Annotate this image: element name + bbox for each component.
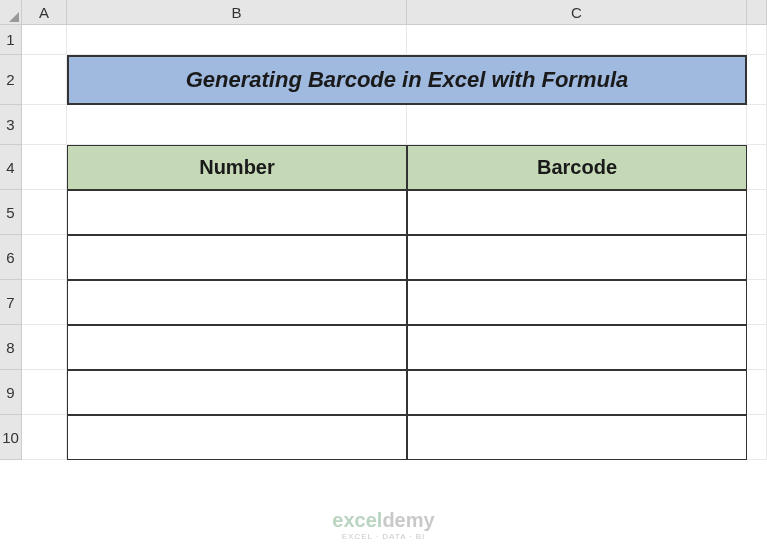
row-header-9[interactable]: 9 (0, 370, 22, 415)
cell-A4[interactable] (22, 145, 67, 190)
cell-A7[interactable] (22, 280, 67, 325)
cell-number-2[interactable] (67, 235, 407, 280)
cell-number-5[interactable] (67, 370, 407, 415)
row-header-10[interactable]: 10 (0, 415, 22, 460)
column-header-B[interactable]: B (67, 0, 407, 25)
watermark-tagline: EXCEL · DATA · BI (332, 532, 434, 542)
cell-C1[interactable] (407, 25, 747, 55)
cell-B1[interactable] (67, 25, 407, 55)
cell-barcode-5[interactable] (407, 370, 747, 415)
cell-A10[interactable] (22, 415, 67, 460)
cell-D3[interactable] (747, 105, 767, 145)
spreadsheet-grid: A B C 1 2 Generating Barcode in Excel wi… (0, 0, 767, 460)
column-header-next[interactable] (747, 0, 767, 25)
row-header-6[interactable]: 6 (0, 235, 22, 280)
cell-barcode-3[interactable] (407, 280, 747, 325)
select-all-corner[interactable] (0, 0, 22, 25)
cell-A9[interactable] (22, 370, 67, 415)
row-header-4[interactable]: 4 (0, 145, 22, 190)
row-header-8[interactable]: 8 (0, 325, 22, 370)
cell-number-6[interactable] (67, 415, 407, 460)
cell-D1[interactable] (747, 25, 767, 55)
cell-D9[interactable] (747, 370, 767, 415)
row-header-5[interactable]: 5 (0, 190, 22, 235)
table-header-barcode[interactable]: Barcode (407, 145, 747, 190)
cell-A2[interactable] (22, 55, 67, 105)
row-header-2[interactable]: 2 (0, 55, 22, 105)
row-header-3[interactable]: 3 (0, 105, 22, 145)
cell-C3[interactable] (407, 105, 747, 145)
cell-D4[interactable] (747, 145, 767, 190)
row-header-1[interactable]: 1 (0, 25, 22, 55)
cell-A6[interactable] (22, 235, 67, 280)
cell-A3[interactable] (22, 105, 67, 145)
cell-barcode-6[interactable] (407, 415, 747, 460)
cell-D10[interactable] (747, 415, 767, 460)
watermark-logo-part2: demy (382, 509, 434, 531)
table-header-number[interactable]: Number (67, 145, 407, 190)
cell-D5[interactable] (747, 190, 767, 235)
watermark-logo-part1: excel (332, 509, 382, 531)
column-header-A[interactable]: A (22, 0, 67, 25)
cell-D7[interactable] (747, 280, 767, 325)
cell-D2[interactable] (747, 55, 767, 105)
cell-D6[interactable] (747, 235, 767, 280)
cell-A1[interactable] (22, 25, 67, 55)
title-merged-cell[interactable]: Generating Barcode in Excel with Formula (67, 55, 747, 105)
cell-barcode-1[interactable] (407, 190, 747, 235)
cell-B3[interactable] (67, 105, 407, 145)
cell-number-3[interactable] (67, 280, 407, 325)
cell-barcode-2[interactable] (407, 235, 747, 280)
cell-number-4[interactable] (67, 325, 407, 370)
cell-D8[interactable] (747, 325, 767, 370)
corner-triangle-icon (9, 12, 19, 22)
cell-number-1[interactable] (67, 190, 407, 235)
watermark: exceldemy EXCEL · DATA · BI (332, 508, 434, 542)
cell-barcode-4[interactable] (407, 325, 747, 370)
cell-A5[interactable] (22, 190, 67, 235)
watermark-logo: exceldemy (332, 508, 434, 532)
column-header-C[interactable]: C (407, 0, 747, 25)
cell-A8[interactable] (22, 325, 67, 370)
row-header-7[interactable]: 7 (0, 280, 22, 325)
